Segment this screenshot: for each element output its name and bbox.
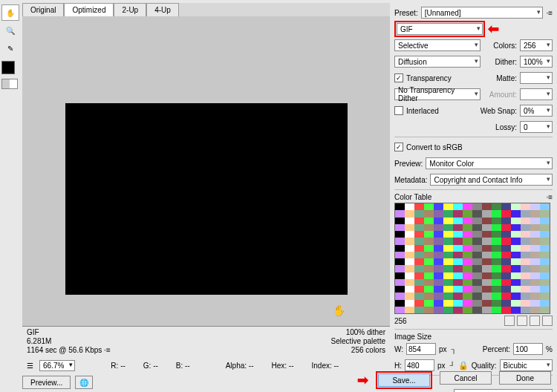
websnap-label: Web Snap: xyxy=(481,107,517,115)
dialog-buttons: ➡ Save... Cancel Done xyxy=(357,371,551,389)
matte-select[interactable] xyxy=(520,72,553,84)
preview-image xyxy=(65,103,348,295)
tools-sidebar: ✋ 🔍 ✎ xyxy=(0,3,21,91)
callout-arrow-icon: ⬅ xyxy=(488,21,499,37)
preview-label: Preview: xyxy=(394,160,423,168)
transparency-label: Transparency xyxy=(406,74,452,82)
color-table-title: Color Table xyxy=(394,193,431,201)
done-button[interactable]: Done xyxy=(499,371,551,385)
quality-label: Quality: xyxy=(472,362,497,370)
preset-label: Preset: xyxy=(394,9,418,17)
dither-select[interactable]: 100% xyxy=(520,56,553,68)
panel-menu-icon[interactable]: ·≡ xyxy=(546,9,553,17)
settings-panel: Preset: [Unnamed] ·≡ GIF ⬅ Selective Col… xyxy=(390,3,557,392)
width-input[interactable] xyxy=(406,343,436,355)
preview-tabs: Original Optimized 2-Up 4-Up xyxy=(22,3,390,16)
menu-icon[interactable]: ☰ xyxy=(27,362,33,370)
percent-unit: % xyxy=(546,345,553,353)
readout-hex: Hex: -- xyxy=(272,362,294,370)
eyedropper-color-swatch[interactable] xyxy=(1,61,15,74)
map-color-icon[interactable] xyxy=(517,316,527,326)
amount-select xyxy=(520,88,553,100)
convert-srgb-checkbox[interactable]: ✓ xyxy=(394,143,403,151)
image-canvas[interactable]: ✋ xyxy=(22,16,390,337)
height-input[interactable] xyxy=(405,359,434,371)
readout-g: G: -- xyxy=(143,362,158,370)
percent-input[interactable] xyxy=(513,343,543,355)
info-format: GIF xyxy=(27,328,111,336)
dither-label: Dither: xyxy=(495,58,517,66)
info-size: 6.281M xyxy=(27,337,111,345)
readout-r: R: -- xyxy=(111,362,125,370)
height-label: H: xyxy=(394,362,402,370)
websnap-select[interactable]: 0% xyxy=(520,105,553,117)
info-dither: 100% dither xyxy=(346,328,385,336)
slice-visibility-icon[interactable] xyxy=(1,79,18,89)
preview-select[interactable]: Monitor Color xyxy=(426,157,553,169)
transparency-dither-select[interactable]: No Transparency Dither xyxy=(394,88,481,100)
tab-4up[interactable]: 4-Up xyxy=(146,3,179,16)
info-timing: 1164 sec @ 56.6 Kbps ·≡ xyxy=(27,346,111,354)
metadata-select[interactable]: Copyright and Contact Info xyxy=(430,174,553,186)
percent-label: Percent: xyxy=(483,345,510,353)
eyedropper-tool-icon[interactable]: ✎ xyxy=(1,40,19,56)
add-color-icon[interactable] xyxy=(530,316,540,326)
save-button[interactable]: Save... xyxy=(378,373,430,387)
readout-index: Index: -- xyxy=(312,362,339,370)
hand-cursor-icon: ✋ xyxy=(333,304,345,316)
preview-info-bar: GIF 6.281M 1164 sec @ 56.6 Kbps ·≡ 100% … xyxy=(22,326,390,356)
quality-select[interactable]: Bicubic xyxy=(500,359,553,371)
callout-arrow-save-icon: ➡ xyxy=(357,372,368,388)
lossy-label: Lossy: xyxy=(495,123,517,131)
cancel-button[interactable]: Cancel xyxy=(440,371,492,385)
convert-srgb-label: Convert to sRGB xyxy=(406,143,463,151)
zoom-select[interactable]: 66.7% xyxy=(39,360,75,371)
reduction-select[interactable]: Selective xyxy=(394,39,481,51)
width-label: W: xyxy=(394,345,403,353)
readout-alpha: Alpha: -- xyxy=(226,362,254,370)
preview-area: Original Optimized 2-Up 4-Up ✋ GIF 6.281… xyxy=(22,3,390,356)
browser-preview-button[interactable]: 🌐 xyxy=(75,376,93,389)
metadata-label: Metadata: xyxy=(394,176,427,184)
colors-label: Colors: xyxy=(493,42,517,50)
readout-b: B: -- xyxy=(176,362,190,370)
format-select[interactable]: GIF xyxy=(397,23,483,35)
delete-color-icon[interactable] xyxy=(542,316,553,326)
looping-select[interactable]: Forever xyxy=(454,389,553,392)
tab-2up[interactable]: 2-Up xyxy=(114,3,146,16)
status-bar: ☰ 66.7% R: -- G: -- B: -- Alpha: -- Hex:… xyxy=(22,358,390,373)
zoom-tool-icon[interactable]: 🔍 xyxy=(1,22,19,39)
interlaced-label: Interlaced xyxy=(406,107,439,115)
transparency-checkbox[interactable]: ✓ xyxy=(394,74,403,82)
preview-button[interactable]: Preview... xyxy=(22,376,71,389)
info-palette: Selective palette xyxy=(331,337,385,345)
color-table-count: 256 xyxy=(394,317,407,325)
image-size-title: Image Size xyxy=(394,333,553,341)
constrain-lock-icon[interactable]: 🔒 xyxy=(458,361,469,370)
color-table-menu-icon[interactable]: ·≡ xyxy=(546,193,553,201)
dither-method-select[interactable]: Diffusion xyxy=(394,56,481,68)
bottom-left-actions: Preview... 🌐 xyxy=(22,376,93,389)
px-unit-2: px xyxy=(437,362,446,370)
tab-original[interactable]: Original xyxy=(22,3,64,16)
lock-color-icon[interactable] xyxy=(504,316,515,326)
colors-select[interactable]: 256 xyxy=(520,39,553,51)
interlaced-checkbox[interactable] xyxy=(394,106,403,115)
preset-select[interactable]: [Unnamed] xyxy=(421,7,544,19)
lossy-select[interactable]: 0 xyxy=(520,121,553,133)
px-unit: px xyxy=(439,345,447,353)
matte-label: Matte: xyxy=(496,74,517,82)
info-colors: 256 colors xyxy=(351,346,385,354)
amount-label: Amount: xyxy=(489,91,517,99)
color-table-grid[interactable] xyxy=(394,203,550,314)
hand-tool-icon[interactable]: ✋ xyxy=(1,4,19,21)
tab-optimized[interactable]: Optimized xyxy=(64,3,114,16)
